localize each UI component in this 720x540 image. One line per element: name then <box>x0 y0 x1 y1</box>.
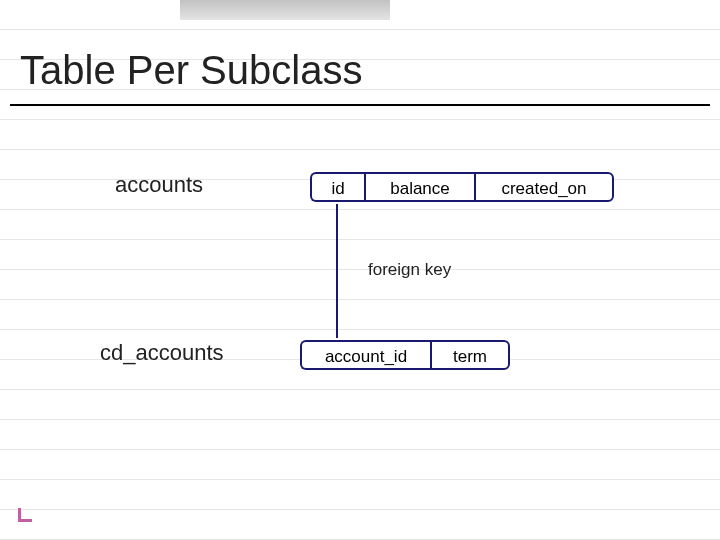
slide-title: Table Per Subclass <box>20 48 362 93</box>
column-accounts-id: id <box>310 172 364 202</box>
header-tab-decoration <box>180 0 390 20</box>
corner-accent-icon <box>18 508 32 522</box>
column-accounts-created-on: created_on <box>474 172 614 202</box>
column-cd-accounts-term: term <box>430 340 510 370</box>
foreign-key-label: foreign key <box>368 260 451 280</box>
table-label-accounts: accounts <box>115 172 203 198</box>
column-accounts-balance: balance <box>364 172 474 202</box>
foreign-key-connector <box>336 204 338 338</box>
table-label-cd-accounts: cd_accounts <box>100 340 224 366</box>
column-cd-accounts-account-id: account_id <box>300 340 430 370</box>
title-underline <box>10 104 710 106</box>
